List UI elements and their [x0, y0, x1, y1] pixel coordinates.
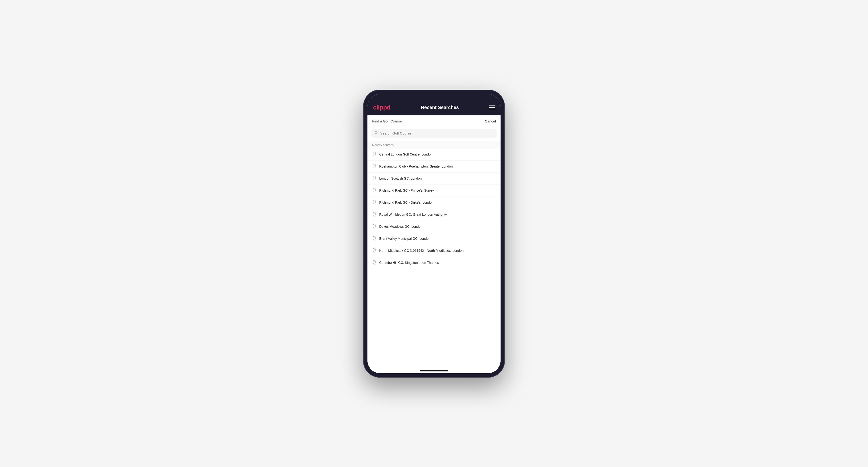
search-input-wrapper	[371, 129, 497, 138]
location-pin-icon	[372, 152, 376, 157]
svg-point-8	[374, 225, 375, 226]
svg-point-2	[374, 153, 375, 154]
course-list-item[interactable]: London Scottish GC, London	[367, 173, 501, 185]
course-list-item[interactable]: Brent Valley Municipal GC, London	[367, 233, 501, 245]
course-name: Royal Wimbledon GC, Great London Authori…	[379, 212, 447, 217]
svg-point-10	[374, 249, 375, 250]
course-name: Dukes Meadows GC, London	[379, 224, 423, 229]
course-list: Central London Golf Centre, London Roeha…	[367, 149, 501, 269]
svg-line-1	[377, 133, 378, 134]
page-title: Recent Searches	[421, 105, 459, 110]
course-list-item[interactable]: Dukes Meadows GC, London	[367, 221, 501, 233]
search-input[interactable]	[380, 131, 493, 135]
find-bar: Find a Golf Course Cancel	[367, 115, 501, 126]
location-pin-icon	[372, 212, 376, 217]
course-list-item[interactable]: Richmond Park GC - Duke's, London	[367, 197, 501, 209]
course-list-item[interactable]: Central London Golf Centre, London	[367, 149, 501, 161]
location-pin-icon	[372, 188, 376, 193]
svg-point-4	[374, 177, 375, 178]
menu-line-1	[489, 105, 495, 106]
course-list-item[interactable]: Roehampton Club - Roehampton, Greater Lo…	[367, 161, 501, 173]
svg-point-9	[374, 237, 375, 238]
app-logo: clippd	[373, 104, 391, 111]
course-name: North Middlesex GC (1011942 - North Midd…	[379, 248, 464, 253]
find-label: Find a Golf Course	[372, 119, 402, 123]
course-name: Central London Golf Centre, London	[379, 152, 433, 157]
content-area: Find a Golf Course Cancel	[367, 115, 501, 373]
search-container	[367, 126, 501, 141]
course-list-item[interactable]: Royal Wimbledon GC, Great London Authori…	[367, 209, 501, 221]
phone-screen: clippd Recent Searches Find a Golf Cours…	[367, 94, 501, 373]
course-list-item[interactable]: Richmond Park GC - Prince's, Surrey	[367, 185, 501, 197]
location-pin-icon	[372, 200, 376, 205]
course-name: Roehampton Club - Roehampton, Greater Lo…	[379, 164, 453, 169]
course-name: Brent Valley Municipal GC, London	[379, 237, 430, 241]
nearby-label: Nearby courses	[367, 141, 501, 149]
course-name: Richmond Park GC - Duke's, London	[379, 200, 434, 205]
svg-point-5	[374, 189, 375, 190]
svg-point-7	[374, 213, 375, 214]
location-pin-icon	[372, 176, 376, 181]
home-bar	[420, 370, 448, 371]
course-name: Coombe Hill GC, Kingston upon Thames	[379, 260, 439, 265]
nearby-section: Nearby courses Central London Golf Centr…	[367, 141, 501, 367]
course-name: London Scottish GC, London	[379, 176, 422, 181]
location-pin-icon	[372, 260, 376, 266]
status-bar	[367, 94, 501, 97]
location-pin-icon	[372, 164, 376, 169]
home-indicator	[367, 367, 501, 373]
menu-line-2	[489, 107, 495, 107]
svg-point-3	[374, 165, 375, 166]
course-list-item[interactable]: Coombe Hill GC, Kingston upon Thames	[367, 257, 501, 269]
svg-point-11	[374, 261, 375, 262]
course-name: Richmond Park GC - Prince's, Surrey	[379, 188, 434, 193]
search-icon	[375, 131, 378, 136]
menu-icon[interactable]	[489, 105, 495, 109]
location-pin-icon	[372, 248, 376, 253]
location-pin-icon	[372, 224, 376, 229]
course-list-item[interactable]: North Middlesex GC (1011942 - North Midd…	[367, 245, 501, 257]
location-pin-icon	[372, 236, 376, 241]
phone-device: clippd Recent Searches Find a Golf Cours…	[363, 90, 505, 378]
menu-line-3	[489, 109, 495, 109]
svg-point-6	[374, 201, 375, 202]
app-header: clippd Recent Searches	[367, 97, 501, 115]
cancel-button[interactable]: Cancel	[485, 119, 496, 123]
